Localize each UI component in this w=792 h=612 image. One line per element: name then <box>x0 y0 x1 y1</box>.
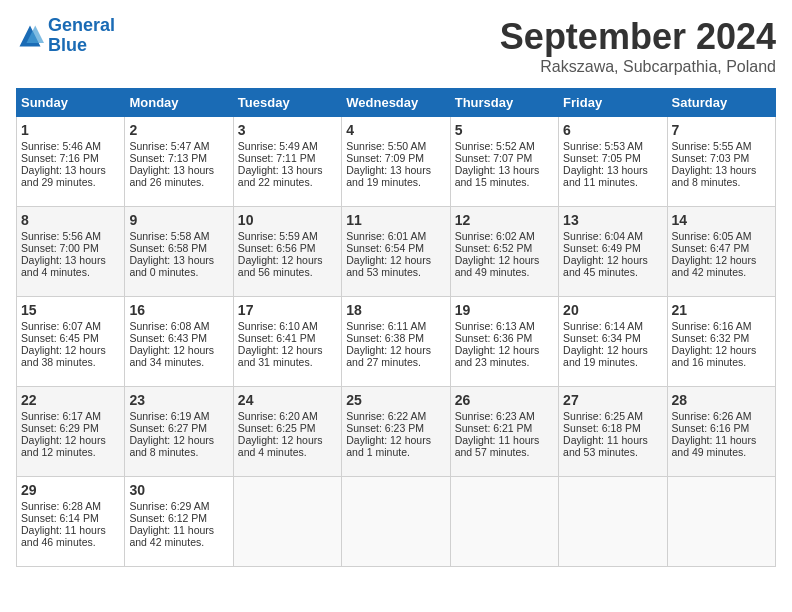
sunset-text: Sunset: 6:21 PM <box>455 422 554 434</box>
table-row: 5Sunrise: 5:52 AMSunset: 7:07 PMDaylight… <box>450 117 558 207</box>
daylight-text: Daylight: 11 hours and 49 minutes. <box>672 434 771 458</box>
day-number: 19 <box>455 302 554 318</box>
sunrise-text: Sunrise: 5:59 AM <box>238 230 337 242</box>
table-row: 7Sunrise: 5:55 AMSunset: 7:03 PMDaylight… <box>667 117 775 207</box>
title-block: September 2024 Rakszawa, Subcarpathia, P… <box>500 16 776 76</box>
table-row: 26Sunrise: 6:23 AMSunset: 6:21 PMDayligh… <box>450 387 558 477</box>
sunset-text: Sunset: 6:45 PM <box>21 332 120 344</box>
table-row: 30Sunrise: 6:29 AMSunset: 6:12 PMDayligh… <box>125 477 233 567</box>
daylight-text: Daylight: 12 hours and 23 minutes. <box>455 344 554 368</box>
table-row: 1Sunrise: 5:46 AMSunset: 7:16 PMDaylight… <box>17 117 125 207</box>
day-number: 2 <box>129 122 228 138</box>
daylight-text: Daylight: 12 hours and 31 minutes. <box>238 344 337 368</box>
daylight-text: Daylight: 13 hours and 22 minutes. <box>238 164 337 188</box>
calendar-table: Sunday Monday Tuesday Wednesday Thursday… <box>16 88 776 567</box>
sunset-text: Sunset: 6:25 PM <box>238 422 337 434</box>
sunset-text: Sunset: 6:47 PM <box>672 242 771 254</box>
daylight-text: Daylight: 12 hours and 1 minute. <box>346 434 445 458</box>
day-number: 11 <box>346 212 445 228</box>
table-row: 14Sunrise: 6:05 AMSunset: 6:47 PMDayligh… <box>667 207 775 297</box>
sunset-text: Sunset: 6:54 PM <box>346 242 445 254</box>
day-number: 30 <box>129 482 228 498</box>
sunrise-text: Sunrise: 6:23 AM <box>455 410 554 422</box>
table-row: 21Sunrise: 6:16 AMSunset: 6:32 PMDayligh… <box>667 297 775 387</box>
sunset-text: Sunset: 7:13 PM <box>129 152 228 164</box>
sunset-text: Sunset: 6:32 PM <box>672 332 771 344</box>
daylight-text: Daylight: 12 hours and 38 minutes. <box>21 344 120 368</box>
table-row: 28Sunrise: 6:26 AMSunset: 6:16 PMDayligh… <box>667 387 775 477</box>
sunrise-text: Sunrise: 6:16 AM <box>672 320 771 332</box>
sunrise-text: Sunrise: 6:28 AM <box>21 500 120 512</box>
daylight-text: Daylight: 11 hours and 42 minutes. <box>129 524 228 548</box>
day-number: 18 <box>346 302 445 318</box>
calendar-header-row: Sunday Monday Tuesday Wednesday Thursday… <box>17 89 776 117</box>
day-number: 16 <box>129 302 228 318</box>
sunrise-text: Sunrise: 6:04 AM <box>563 230 662 242</box>
calendar-week-row: 8Sunrise: 5:56 AMSunset: 7:00 PMDaylight… <box>17 207 776 297</box>
table-row: 4Sunrise: 5:50 AMSunset: 7:09 PMDaylight… <box>342 117 450 207</box>
sunset-text: Sunset: 6:49 PM <box>563 242 662 254</box>
sunset-text: Sunset: 6:38 PM <box>346 332 445 344</box>
day-number: 13 <box>563 212 662 228</box>
table-row: 20Sunrise: 6:14 AMSunset: 6:34 PMDayligh… <box>559 297 667 387</box>
sunset-text: Sunset: 7:09 PM <box>346 152 445 164</box>
col-monday: Monday <box>125 89 233 117</box>
logo-icon <box>16 22 44 50</box>
sunrise-text: Sunrise: 6:05 AM <box>672 230 771 242</box>
col-friday: Friday <box>559 89 667 117</box>
table-row: 27Sunrise: 6:25 AMSunset: 6:18 PMDayligh… <box>559 387 667 477</box>
daylight-text: Daylight: 12 hours and 49 minutes. <box>455 254 554 278</box>
table-row: 23Sunrise: 6:19 AMSunset: 6:27 PMDayligh… <box>125 387 233 477</box>
day-number: 14 <box>672 212 771 228</box>
sunset-text: Sunset: 6:52 PM <box>455 242 554 254</box>
daylight-text: Daylight: 13 hours and 15 minutes. <box>455 164 554 188</box>
daylight-text: Daylight: 12 hours and 4 minutes. <box>238 434 337 458</box>
day-number: 8 <box>21 212 120 228</box>
sunset-text: Sunset: 6:58 PM <box>129 242 228 254</box>
sunset-text: Sunset: 6:36 PM <box>455 332 554 344</box>
day-number: 28 <box>672 392 771 408</box>
daylight-text: Daylight: 12 hours and 42 minutes. <box>672 254 771 278</box>
sunrise-text: Sunrise: 6:10 AM <box>238 320 337 332</box>
calendar-week-row: 22Sunrise: 6:17 AMSunset: 6:29 PMDayligh… <box>17 387 776 477</box>
day-number: 1 <box>21 122 120 138</box>
sunrise-text: Sunrise: 5:53 AM <box>563 140 662 152</box>
sunset-text: Sunset: 7:07 PM <box>455 152 554 164</box>
table-row <box>667 477 775 567</box>
table-row: 3Sunrise: 5:49 AMSunset: 7:11 PMDaylight… <box>233 117 341 207</box>
sunrise-text: Sunrise: 5:56 AM <box>21 230 120 242</box>
calendar-week-row: 29Sunrise: 6:28 AMSunset: 6:14 PMDayligh… <box>17 477 776 567</box>
day-number: 21 <box>672 302 771 318</box>
sunrise-text: Sunrise: 6:20 AM <box>238 410 337 422</box>
day-number: 5 <box>455 122 554 138</box>
sunrise-text: Sunrise: 5:50 AM <box>346 140 445 152</box>
day-number: 3 <box>238 122 337 138</box>
sunset-text: Sunset: 6:14 PM <box>21 512 120 524</box>
sunrise-text: Sunrise: 5:47 AM <box>129 140 228 152</box>
sunrise-text: Sunrise: 5:46 AM <box>21 140 120 152</box>
day-number: 12 <box>455 212 554 228</box>
sunrise-text: Sunrise: 6:02 AM <box>455 230 554 242</box>
table-row: 29Sunrise: 6:28 AMSunset: 6:14 PMDayligh… <box>17 477 125 567</box>
daylight-text: Daylight: 13 hours and 8 minutes. <box>672 164 771 188</box>
daylight-text: Daylight: 12 hours and 45 minutes. <box>563 254 662 278</box>
sunset-text: Sunset: 7:03 PM <box>672 152 771 164</box>
sunrise-text: Sunrise: 6:01 AM <box>346 230 445 242</box>
sunset-text: Sunset: 6:56 PM <box>238 242 337 254</box>
day-number: 9 <box>129 212 228 228</box>
sunset-text: Sunset: 6:27 PM <box>129 422 228 434</box>
table-row: 25Sunrise: 6:22 AMSunset: 6:23 PMDayligh… <box>342 387 450 477</box>
day-number: 24 <box>238 392 337 408</box>
sunrise-text: Sunrise: 6:14 AM <box>563 320 662 332</box>
day-number: 17 <box>238 302 337 318</box>
daylight-text: Daylight: 12 hours and 16 minutes. <box>672 344 771 368</box>
sunrise-text: Sunrise: 6:13 AM <box>455 320 554 332</box>
daylight-text: Daylight: 11 hours and 46 minutes. <box>21 524 120 548</box>
col-sunday: Sunday <box>17 89 125 117</box>
table-row <box>450 477 558 567</box>
day-number: 20 <box>563 302 662 318</box>
daylight-text: Daylight: 12 hours and 12 minutes. <box>21 434 120 458</box>
table-row: 16Sunrise: 6:08 AMSunset: 6:43 PMDayligh… <box>125 297 233 387</box>
logo: General Blue <box>16 16 115 56</box>
table-row: 11Sunrise: 6:01 AMSunset: 6:54 PMDayligh… <box>342 207 450 297</box>
